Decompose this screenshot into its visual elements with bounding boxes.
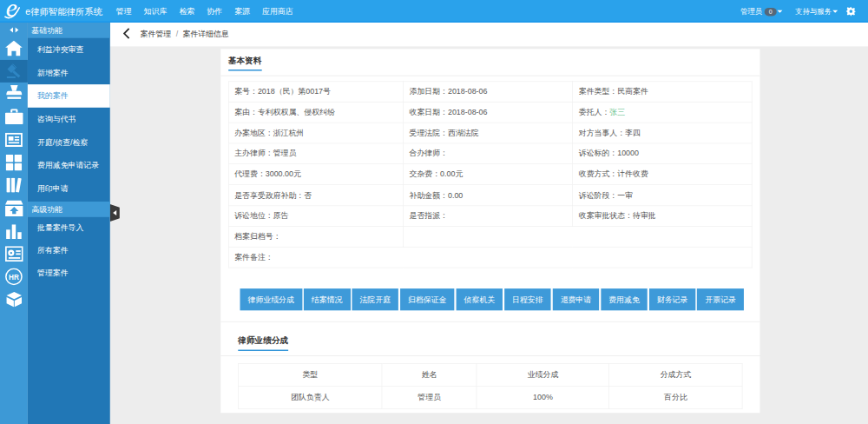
svg-text:HR: HR	[9, 274, 19, 282]
